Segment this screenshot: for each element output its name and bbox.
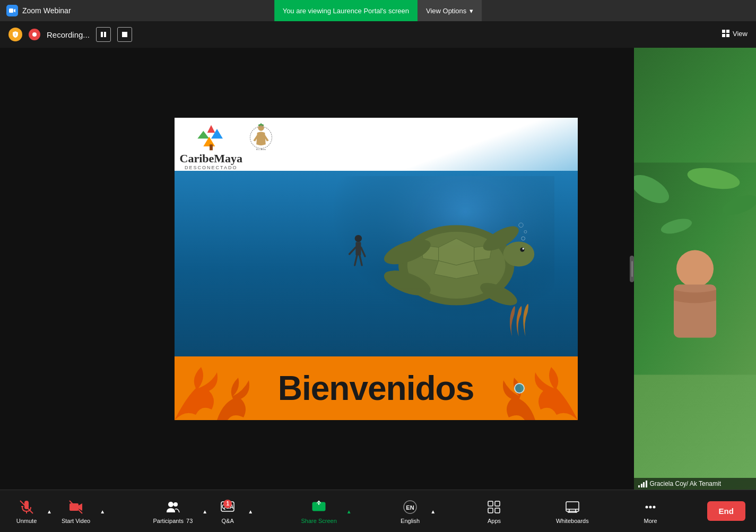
apps-label: Apps: [488, 518, 501, 524]
main-content-area: CaribeMaya DESCONECTADO: [0, 48, 756, 490]
svg-marker-11: [197, 130, 209, 138]
english-button[interactable]: EN English: [394, 495, 426, 527]
more-label: More: [644, 518, 657, 524]
desconectado-text: DESCONECTADO: [180, 165, 243, 170]
language-chevron[interactable]: ▲: [428, 507, 438, 517]
svg-marker-10: [207, 125, 215, 133]
recording-indicator: [29, 29, 40, 40]
coral-left-decoration: [175, 356, 259, 420]
svg-rect-68: [566, 502, 579, 511]
svg-point-75: [653, 505, 656, 508]
participants-label: Participants 73: [153, 518, 193, 524]
participant-video-feed: [634, 48, 756, 490]
video-off-icon: [67, 499, 84, 516]
language-icon: EN: [402, 499, 419, 516]
svg-point-2: [32, 32, 37, 37]
zoom-app-icon: [6, 5, 18, 16]
whiteboard-icon: [564, 499, 581, 516]
view-options-button[interactable]: View Options ▾: [418, 0, 482, 21]
app-title: Zoom Webinar: [22, 6, 71, 15]
svg-point-73: [646, 505, 648, 508]
svg-text:EN: EN: [406, 504, 414, 511]
svg-rect-0: [9, 8, 13, 13]
media-controls-group: Unmute ▲ Start Video ▲: [11, 495, 107, 527]
chevron-down-icon: ▾: [470, 7, 473, 15]
apps-group: Apps: [478, 495, 510, 527]
svg-point-74: [649, 505, 652, 508]
svg-rect-14: [210, 144, 213, 150]
view-options-label: View Options: [426, 7, 466, 15]
turtle-image: [332, 176, 554, 354]
qa-label: Q&A: [222, 518, 234, 524]
svg-rect-7: [726, 30, 729, 33]
svg-rect-8: [722, 34, 725, 37]
interaction-controls-group: Participants 73 ▲ Q&A 1 Q&A ▲: [147, 495, 255, 527]
svg-rect-9: [726, 34, 729, 37]
apps-icon: [485, 499, 502, 516]
qa-badge: 1: [223, 500, 232, 508]
unmute-label: Unmute: [16, 518, 37, 524]
participants-text: Participants: [153, 518, 183, 524]
apps-button[interactable]: Apps: [478, 495, 510, 527]
share-screen-button[interactable]: Share Screen: [296, 495, 342, 527]
svg-point-47: [676, 250, 714, 287]
caribe-maya-text: CaribeMaya: [180, 152, 243, 165]
unmute-chevron[interactable]: ▲: [45, 507, 54, 517]
stop-recording-button[interactable]: [117, 27, 132, 42]
svg-point-27: [520, 247, 524, 251]
more-button[interactable]: More: [635, 495, 666, 527]
share-screen-icon: [310, 499, 327, 516]
qa-button[interactable]: Q&A 1 Q&A: [212, 495, 244, 527]
video-chevron[interactable]: ▲: [98, 507, 107, 517]
viewing-banner: You are viewing Laurence Portal's screen…: [274, 0, 482, 21]
svg-rect-67: [495, 508, 500, 513]
unmute-button[interactable]: Unmute: [11, 495, 42, 527]
svg-point-26: [503, 241, 534, 266]
participants-button[interactable]: Participants 73: [147, 495, 198, 527]
mic-muted-icon: [18, 499, 35, 516]
participants-chevron[interactable]: ▲: [200, 507, 210, 517]
svg-rect-66: [488, 508, 493, 513]
svg-text:!: !: [15, 33, 16, 37]
svg-point-57: [173, 502, 178, 507]
signal-strength-icon: [638, 480, 647, 487]
whiteboards-button[interactable]: Whiteboards: [551, 495, 594, 527]
svg-point-56: [168, 502, 173, 507]
coral-right-decoration: [493, 356, 578, 420]
end-meeting-button[interactable]: End: [707, 501, 745, 521]
qa-chevron[interactable]: ▲: [246, 507, 255, 517]
recording-label: Recording...: [47, 30, 90, 39]
slide-marker: [514, 383, 525, 394]
svg-point-28: [522, 248, 524, 249]
svg-rect-65: [495, 501, 500, 506]
caribe-maya-logo: CaribeMaya DESCONECTADO: [180, 123, 243, 170]
svg-rect-3: [101, 32, 103, 37]
zoom-logo-area: Zoom Webinar: [0, 5, 71, 16]
start-video-button[interactable]: Start Video: [56, 495, 95, 527]
qa-icon: Q&A 1: [219, 499, 236, 516]
svg-rect-4: [104, 32, 106, 37]
slide-presentation: CaribeMaya DESCONECTADO: [175, 118, 578, 420]
svg-rect-5: [122, 32, 127, 37]
more-icon: [642, 499, 659, 516]
svg-rect-6: [722, 30, 725, 33]
slide-logo-area: CaribeMaya DESCONECTADO: [180, 123, 275, 170]
svg-rect-34: [355, 242, 361, 255]
share-chevron[interactable]: ▲: [344, 507, 354, 517]
participant-name: Graciela Coy/ Ak Tenamit: [650, 480, 722, 487]
svg-point-33: [354, 234, 361, 241]
view-label: View: [733, 30, 748, 38]
video-background: [634, 48, 756, 490]
bienvenidos-banner: Bienvenidos: [175, 356, 578, 420]
resize-handle[interactable]: [630, 256, 634, 282]
view-button[interactable]: View: [722, 29, 748, 38]
participants-count: 73: [186, 518, 193, 524]
start-video-label: Start Video: [62, 518, 90, 524]
svg-text:81+ Años: 81+ Años: [256, 148, 266, 151]
pause-recording-button[interactable]: [96, 27, 111, 42]
security-button[interactable]: !: [8, 28, 22, 41]
english-label: English: [401, 518, 420, 524]
bienvenidos-title: Bienvenidos: [278, 369, 474, 408]
svg-rect-64: [488, 501, 493, 506]
share-screen-group: Share Screen ▲: [296, 495, 354, 527]
